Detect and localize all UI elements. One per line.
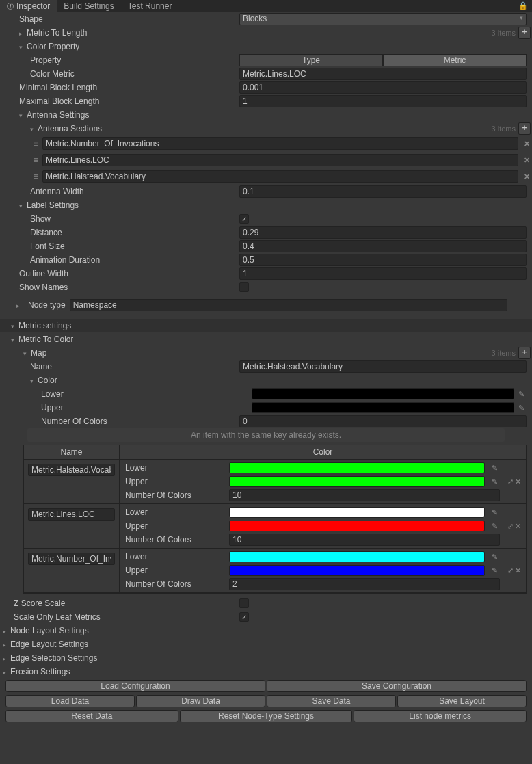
map-foldout[interactable] (23, 348, 28, 358)
row1-name[interactable] (28, 508, 115, 521)
property-label: Property (27, 55, 61, 65)
node-type-input[interactable] (70, 299, 507, 311)
drag-handle-icon[interactable]: ≡ (30, 155, 40, 165)
row1-lower-swatch[interactable] (229, 507, 485, 518)
mtc-color-foldout[interactable] (30, 376, 35, 385)
th-color: Color (120, 445, 526, 459)
eyedropper-icon[interactable]: ✎ (516, 388, 527, 399)
edge-selection-foldout[interactable] (3, 653, 8, 663)
antenna-item-2[interactable] (42, 170, 518, 183)
row2-upper-swatch[interactable] (229, 565, 485, 576)
remove-icon[interactable]: ✕ (521, 140, 532, 148)
row0-lower-swatch[interactable] (229, 462, 485, 473)
drag-handle-icon[interactable]: ≡ (30, 139, 40, 148)
row2-upper-label: Upper (122, 566, 225, 575)
row0-upper-swatch[interactable] (229, 476, 485, 487)
shownames-checkbox[interactable] (239, 282, 249, 292)
mtc-lower-swatch[interactable] (252, 388, 514, 399)
erosion-foldout[interactable] (3, 667, 8, 676)
label-settings-foldout[interactable] (19, 200, 24, 210)
load-config-button[interactable]: Load Configuration (5, 680, 265, 692)
max-block-input[interactable] (239, 95, 527, 107)
eyedropper-icon[interactable]: ✎ (489, 551, 500, 562)
remove-icon[interactable]: ✕ (521, 156, 532, 165)
eyedropper-icon[interactable]: ✎ (489, 521, 500, 531)
show-label: Show (27, 214, 51, 224)
load-data-button[interactable]: Load Data (5, 695, 135, 707)
save-config-button[interactable]: Save Configuration (267, 680, 527, 692)
outline-input[interactable] (239, 267, 527, 280)
antenna-item-1[interactable] (42, 154, 518, 166)
metric-to-color-foldout[interactable] (11, 334, 16, 344)
metric-to-length-add[interactable]: + (518, 27, 531, 39)
mtc-upper-swatch[interactable] (252, 402, 514, 413)
antenna-sections-count: 3 items (492, 124, 518, 133)
antenna-width-input[interactable] (239, 185, 527, 198)
row1-num-input[interactable] (229, 534, 500, 546)
reset-data-button[interactable]: Reset Data (5, 710, 178, 722)
row0-num-input[interactable] (229, 489, 500, 501)
eyedropper-icon[interactable]: ✎ (489, 476, 500, 487)
antenna-foldout[interactable] (19, 110, 24, 120)
reset-nodetype-button[interactable]: Reset Node-Type Settings (180, 710, 353, 722)
remove-icon[interactable]: ✕ (515, 477, 521, 486)
drag-handle-icon[interactable]: ≡ (30, 172, 40, 181)
scaleleaf-checkbox[interactable] (239, 612, 249, 622)
edge-layout-foldout[interactable] (3, 640, 8, 649)
tab-test-runner[interactable]: Test Runner (121, 0, 179, 12)
row2-lower-swatch[interactable] (229, 551, 485, 562)
mtc-numcolors-input[interactable] (239, 415, 527, 427)
mtc-color-label: Color (35, 376, 57, 385)
tab-inspector[interactable]: i Inspector (0, 0, 57, 12)
distance-input[interactable] (239, 226, 527, 239)
map-add[interactable]: + (518, 347, 531, 359)
antenna-sections-foldout[interactable] (30, 124, 35, 133)
row1-upper-swatch[interactable] (229, 521, 485, 531)
metric-to-length-foldout[interactable] (19, 28, 24, 38)
remove-icon[interactable]: ✕ (521, 172, 532, 181)
eyedropper-icon[interactable]: ✎ (489, 507, 500, 518)
draw-data-button[interactable]: Draw Data (136, 695, 265, 707)
save-layout-button[interactable]: Save Layout (397, 695, 527, 707)
remove-icon[interactable]: ✕ (515, 522, 521, 531)
antenna-item-0[interactable] (42, 137, 518, 150)
mtc-name-input[interactable] (239, 360, 527, 373)
tab-bar: i Inspector Build Settings Test Runner 🔒 (0, 0, 532, 12)
antenna-add[interactable]: + (518, 122, 531, 135)
metric-settings-foldout[interactable] (11, 321, 16, 330)
remove-icon[interactable]: ✕ (515, 566, 521, 575)
min-block-input[interactable] (239, 81, 527, 94)
expand-icon[interactable]: ⤢ (507, 522, 514, 531)
metric-toggle[interactable]: Metric (383, 54, 527, 66)
list-metrics-button[interactable]: List node metrics (354, 710, 527, 722)
metric-to-length-label: Metric To Length (24, 28, 88, 38)
table-row: Lower ✎ Upper ✎ Number Of Colors ⤢ ✕ (24, 460, 526, 504)
shape-dropdown[interactable]: Blocks (239, 13, 527, 25)
metric-settings-header: Metric settings (16, 321, 71, 330)
show-checkbox[interactable] (239, 214, 249, 224)
row2-num-input[interactable] (229, 578, 500, 590)
antenna-header: Antenna Settings (24, 110, 89, 120)
expand-icon[interactable]: ⤢ (507, 477, 514, 486)
table-row: Lower ✎ Upper ✎ Number Of Colors ⤢ ✕ (24, 504, 526, 549)
row2-name[interactable] (28, 553, 115, 565)
lock-icon[interactable]: 🔒 (518, 1, 528, 10)
eyedropper-icon[interactable]: ✎ (516, 402, 527, 413)
save-data-button[interactable]: Save Data (267, 695, 396, 707)
color-metric-input[interactable] (239, 68, 527, 80)
anim-input[interactable] (239, 254, 527, 266)
node-layout-foldout[interactable] (3, 626, 8, 635)
edge-layout-label: Edge Layout Settings (8, 640, 88, 649)
color-property-foldout[interactable] (19, 42, 24, 51)
tab-build-settings[interactable]: Build Settings (57, 0, 120, 12)
node-type-foldout[interactable] (16, 300, 21, 310)
th-name: Name (24, 445, 120, 459)
row0-num-label: Number Of Colors (122, 490, 225, 500)
eyedropper-icon[interactable]: ✎ (489, 565, 500, 576)
type-toggle[interactable]: Type (239, 54, 383, 66)
row0-name[interactable] (28, 464, 115, 476)
eyedropper-icon[interactable]: ✎ (489, 462, 500, 473)
fontsize-input[interactable] (239, 240, 527, 252)
expand-icon[interactable]: ⤢ (507, 566, 514, 575)
zscore-checkbox[interactable] (239, 598, 249, 608)
